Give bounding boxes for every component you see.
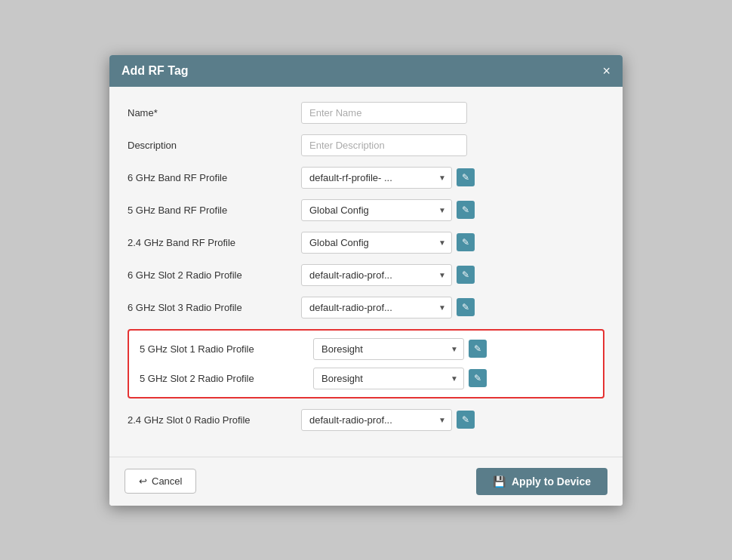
5ghz-band-rf-label: 5 GHz Band RF Profile [128,205,301,216]
5ghz-slot2-radio-select[interactable]: Boresight [313,368,464,389]
6ghz-slot3-radio-select[interactable]: default-radio-prof... [301,297,452,318]
6ghz-slot2-radio-select[interactable]: default-radio-prof... [301,264,452,286]
5ghz-slot2-radio-edit-button[interactable]: ✎ [469,369,487,387]
name-row: Name* [128,102,604,124]
6ghz-band-rf-edit-button[interactable]: ✎ [457,168,475,186]
apply-icon: 💾 [493,475,506,488]
description-control-wrap [301,134,467,156]
6ghz-slot2-radio-edit-button[interactable]: ✎ [457,266,475,284]
cancel-icon: ↩ [139,475,147,487]
apply-label: Apply to Device [512,475,591,488]
modal-body: Name* Description 6 GHz Band RF Profiled… [109,87,623,457]
5ghz-band-rf-control-wrap: Global Config▼✎ [301,199,475,221]
6ghz-slot3-radio-edit-button[interactable]: ✎ [457,298,475,316]
bottom-field-wrap: 2.4 GHz Slot 0 Radio Profiledefault-radi… [128,409,604,431]
24ghz-slot0-radio-select[interactable]: default-radio-prof... [301,409,452,431]
6ghz-slot3-radio-row: 6 GHz Slot 3 Radio Profiledefault-radio-… [128,297,604,318]
5ghz-slot2-radio-control-wrap: Boresight▼✎ [313,368,487,389]
add-rf-tag-modal: Add RF Tag × Name* Description 6 GHz Ban… [109,55,623,506]
name-input[interactable] [301,102,467,124]
5ghz-slot1-radio-edit-button[interactable]: ✎ [469,340,487,358]
6ghz-slot3-radio-control-wrap: default-radio-prof...▼✎ [301,297,475,318]
24ghz-band-rf-label: 2.4 GHz Band RF Profile [128,237,301,248]
24ghz-slot0-radio-edit-button[interactable]: ✎ [457,411,475,429]
6ghz-band-rf-control-wrap: default-rf-profile- ...▼✎ [301,167,475,189]
24ghz-slot0-radio-row: 2.4 GHz Slot 0 Radio Profiledefault-radi… [128,409,604,431]
6ghz-band-rf-select[interactable]: default-rf-profile- ... [301,167,452,189]
5ghz-slot1-radio-select[interactable]: Boresight [313,338,464,360]
modal-header: Add RF Tag × [109,55,623,87]
5ghz-band-rf-row: 5 GHz Band RF ProfileGlobal Config▼✎ [128,199,604,221]
5ghz-band-rf-select[interactable]: Global Config [301,199,452,221]
name-label: Name* [128,107,301,118]
24ghz-slot0-radio-label: 2.4 GHz Slot 0 Radio Profile [128,414,301,426]
description-label: Description [128,140,301,151]
6ghz-slot2-radio-label: 6 GHz Slot 2 Radio Profile [128,269,301,281]
cancel-button[interactable]: ↩ Cancel [125,469,196,494]
5ghz-band-rf-edit-button[interactable]: ✎ [457,201,475,219]
highlighted-section: 5 GHz Slot 1 Radio ProfileBoresight▼✎5 G… [128,329,604,398]
5ghz-slot2-radio-label: 5 GHz Slot 2 Radio Profile [140,373,313,384]
close-button[interactable]: × [602,64,611,78]
regular-fields-top: 6 GHz Band RF Profiledefault-rf-profile-… [128,167,604,318]
6ghz-slot3-radio-label: 6 GHz Slot 3 Radio Profile [128,302,301,313]
24ghz-band-rf-select[interactable]: Global Config [301,232,452,254]
description-row: Description [128,134,604,156]
description-input[interactable] [301,134,467,156]
24ghz-band-rf-edit-button[interactable]: ✎ [457,233,475,251]
modal-title: Add RF Tag [121,64,189,78]
6ghz-band-rf-label: 6 GHz Band RF Profile [128,172,301,183]
6ghz-slot2-radio-control-wrap: default-radio-prof...▼✎ [301,264,475,286]
6ghz-slot2-radio-row: 6 GHz Slot 2 Radio Profiledefault-radio-… [128,264,604,286]
cancel-label: Cancel [152,475,182,487]
highlight-fields: 5 GHz Slot 1 Radio ProfileBoresight▼✎5 G… [140,338,592,389]
apply-to-device-button[interactable]: 💾 Apply to Device [476,468,607,495]
24ghz-band-rf-control-wrap: Global Config▼✎ [301,232,475,254]
name-control-wrap [301,102,467,124]
5ghz-slot1-radio-label: 5 GHz Slot 1 Radio Profile [140,343,313,355]
5ghz-slot2-radio-row: 5 GHz Slot 2 Radio ProfileBoresight▼✎ [140,368,592,389]
modal-footer: ↩ Cancel 💾 Apply to Device [109,457,623,506]
24ghz-slot0-radio-control-wrap: default-radio-prof...▼✎ [301,409,475,431]
6ghz-band-rf-row: 6 GHz Band RF Profiledefault-rf-profile-… [128,167,604,189]
5ghz-slot1-radio-control-wrap: Boresight▼✎ [313,338,487,360]
5ghz-slot1-radio-row: 5 GHz Slot 1 Radio ProfileBoresight▼✎ [140,338,592,360]
24ghz-band-rf-row: 2.4 GHz Band RF ProfileGlobal Config▼✎ [128,232,604,254]
